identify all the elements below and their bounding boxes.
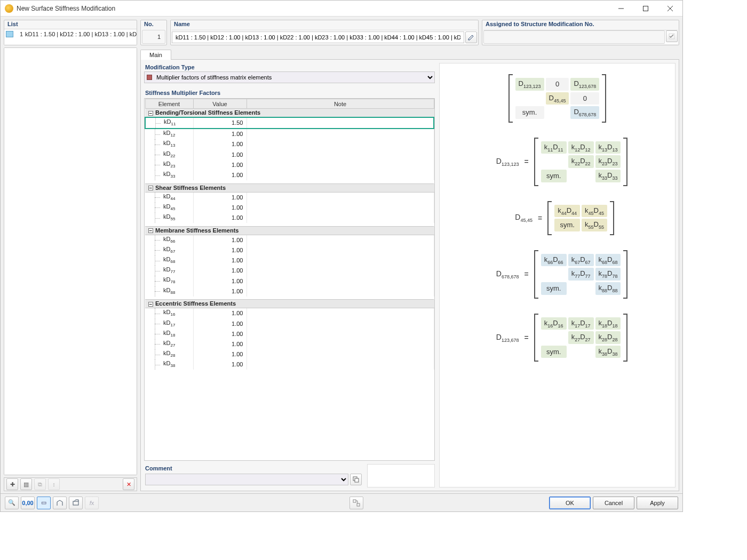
grid-group[interactable]: −Membrane Stiffness Elements <box>145 226 434 235</box>
grid-row[interactable]: kD181.00 <box>145 329 434 339</box>
view-4-button[interactable]: fx <box>85 497 99 509</box>
view-3-button[interactable] <box>69 497 83 509</box>
assigned-panel: Assigned to Structure Modification No. <box>482 20 679 45</box>
grid-row[interactable]: kD551.00 <box>145 213 434 223</box>
units-button[interactable]: 0,00 <box>21 497 35 509</box>
app-icon <box>5 4 13 13</box>
window-title: New Surface Stiffness Modification <box>17 5 115 12</box>
grid-row[interactable]: kD881.00 <box>145 286 434 297</box>
cancel-button[interactable]: Cancel <box>593 497 634 509</box>
matrix-diagram: D123,1230D123,678D45,450sym.D678,678D123… <box>439 63 676 487</box>
name-panel: Name <box>170 20 479 45</box>
grid-row[interactable]: kD681.00 <box>145 255 434 266</box>
factors-label: Stiffness Multiplier Factors <box>144 89 435 97</box>
dialog-button-bar: 🔍 0,00 ▭ fx OK Cancel Apply <box>1 493 682 511</box>
comment-select[interactable] <box>145 474 348 485</box>
grid-row[interactable]: kD781.00 <box>145 276 434 286</box>
grid-row[interactable]: kD661.00 <box>145 235 434 245</box>
grid-row[interactable]: kD221.00 <box>145 150 434 160</box>
grid-row[interactable]: kD171.00 <box>145 319 434 329</box>
view-2-button[interactable] <box>53 497 67 509</box>
view-1-button[interactable]: ▭ <box>37 497 51 509</box>
number-panel: No. 1 <box>140 20 167 45</box>
copy-item-button[interactable]: ⧉ <box>34 478 46 490</box>
grid-group[interactable]: −Bending/Torsional Stiffness Elements <box>145 109 434 118</box>
delete-item-button[interactable]: ✕ <box>123 478 134 490</box>
comment-preview <box>367 464 435 487</box>
modtype-color-icon <box>147 75 152 80</box>
assigned-field[interactable] <box>483 30 665 44</box>
col-element: Element <box>145 99 193 109</box>
new-list-button[interactable]: ▥ <box>20 478 32 490</box>
svg-rect-5 <box>353 500 356 502</box>
move-item-button[interactable]: ↕ <box>48 478 60 490</box>
svg-rect-6 <box>357 503 360 506</box>
no-value: 1 <box>142 30 165 44</box>
surface-icon <box>6 31 13 37</box>
grid-row[interactable]: kD671.00 <box>145 245 434 255</box>
grid-row[interactable]: kD231.00 <box>145 160 434 170</box>
modtype-select[interactable]: Multiplier factors of stiffness matrix e… <box>144 71 435 83</box>
edit-name-button[interactable] <box>465 31 477 43</box>
col-value: Value <box>193 99 247 109</box>
grid-group[interactable]: −Eccentric Stiffness Elements <box>145 300 434 308</box>
tab-main[interactable]: Main <box>140 50 171 60</box>
grid-row[interactable]: kD131.00 <box>145 139 434 149</box>
assigned-header: Assigned to Structure Modification No. <box>482 20 679 29</box>
close-button[interactable] <box>658 1 682 17</box>
no-header: No. <box>141 20 166 29</box>
comment-label: Comment <box>144 464 363 473</box>
list-header: List <box>4 20 137 29</box>
titlebar: New Surface Stiffness Modification <box>1 1 682 17</box>
svg-rect-4 <box>73 501 78 505</box>
grid-row[interactable]: kD381.00 <box>145 359 434 370</box>
list-toolbar: ✚ ▥ ⧉ ↕ ✕ <box>4 477 137 491</box>
ok-button[interactable]: OK <box>549 497 591 509</box>
name-header: Name <box>171 20 478 29</box>
modtype-label: Modification Type <box>144 63 435 71</box>
grid-row[interactable]: kD161.00 <box>145 308 434 319</box>
list-item[interactable]: 1 kD11 : 1.50 | kD12 : 1.00 | kD13 : 1.0… <box>4 29 137 39</box>
list-item-label: kD11 : 1.50 | kD12 : 1.00 | kD13 : 1.00 … <box>25 31 137 37</box>
dialog-window: New Surface Stiffness Modification List … <box>0 0 683 512</box>
svg-rect-3 <box>355 478 359 482</box>
name-input[interactable] <box>172 31 464 43</box>
minimize-button[interactable] <box>609 1 633 17</box>
comment-insert-button[interactable] <box>350 474 362 485</box>
matrix-tool-button[interactable] <box>349 497 363 509</box>
pick-assigned-button[interactable] <box>666 30 678 42</box>
grid-row[interactable]: kD281.00 <box>145 349 434 359</box>
grid-row[interactable]: kD451.00 <box>145 203 434 213</box>
col-note: Note <box>247 99 434 109</box>
grid-row[interactable]: kD271.00 <box>145 339 434 349</box>
grid-row[interactable]: kD331.00 <box>145 170 434 180</box>
help-button[interactable]: 🔍 <box>5 497 19 509</box>
grid-row[interactable]: kD121.00 <box>145 129 434 139</box>
grid-row[interactable]: kD111.50 <box>145 117 434 129</box>
grid-row[interactable]: kD771.00 <box>145 266 434 276</box>
svg-rect-0 <box>643 6 648 11</box>
apply-button[interactable]: Apply <box>637 497 678 509</box>
new-item-button[interactable]: ✚ <box>6 478 18 490</box>
grid-row[interactable]: kD441.00 <box>145 192 434 203</box>
list-item-number: 1 <box>15 31 23 37</box>
grid-group[interactable]: −Shear Stiffness Elements <box>145 183 434 192</box>
maximize-button[interactable] <box>633 1 658 17</box>
factors-grid[interactable]: Element Value Note −Bending/Torsional St… <box>144 98 435 461</box>
